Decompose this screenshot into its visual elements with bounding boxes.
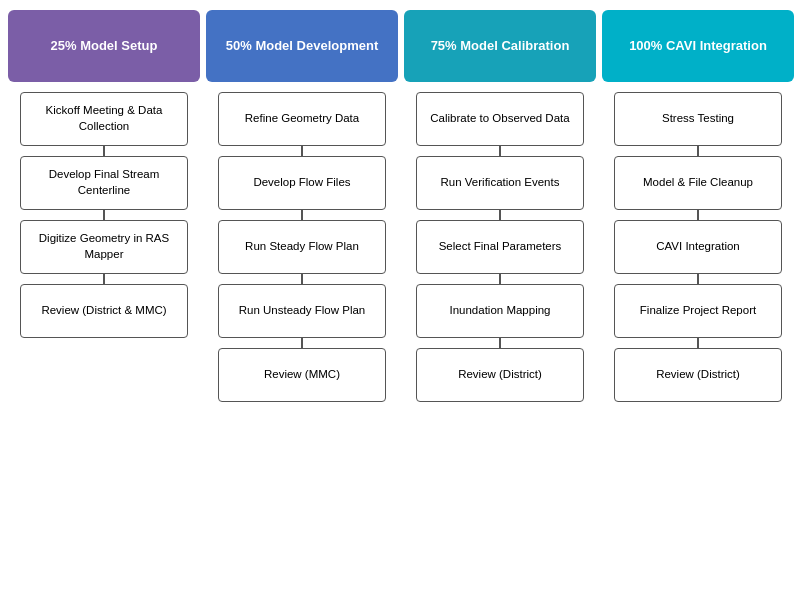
- column-col3: 75% Model CalibrationCalibrate to Observ…: [404, 10, 596, 598]
- connector-line: [301, 210, 303, 220]
- col-header-col3: 75% Model Calibration: [404, 10, 596, 82]
- item-box: Model & File Cleanup: [614, 156, 783, 210]
- list-item: Review (District): [404, 348, 596, 402]
- connector-line: [301, 146, 303, 156]
- item-box: CAVI Integration: [614, 220, 783, 274]
- items-list-col3: Calibrate to Observed DataRun Verificati…: [404, 92, 596, 402]
- list-item: Review (District & MMC): [8, 284, 200, 338]
- item-box: Select Final Parameters: [416, 220, 585, 274]
- connector-line: [301, 338, 303, 348]
- connector-line: [697, 210, 699, 220]
- item-box: Review (MMC): [218, 348, 387, 402]
- list-item: Inundation Mapping: [404, 284, 596, 348]
- column-col1: 25% Model SetupKickoff Meeting & Data Co…: [8, 10, 200, 598]
- item-box: Inundation Mapping: [416, 284, 585, 338]
- connector-line: [499, 274, 501, 284]
- item-box: Develop Final Stream Centerline: [20, 156, 189, 210]
- item-box: Digitize Geometry in RAS Mapper: [20, 220, 189, 274]
- col-header-col2: 50% Model Development: [206, 10, 398, 82]
- item-box: Review (District): [416, 348, 585, 402]
- item-box: Run Steady Flow Plan: [218, 220, 387, 274]
- list-item: Review (District): [602, 348, 794, 402]
- connector-line: [103, 146, 105, 156]
- column-col2: 50% Model DevelopmentRefine Geometry Dat…: [206, 10, 398, 598]
- list-item: Model & File Cleanup: [602, 156, 794, 220]
- item-box: Kickoff Meeting & Data Collection: [20, 92, 189, 146]
- connector-line: [499, 210, 501, 220]
- list-item: Develop Flow Files: [206, 156, 398, 220]
- items-list-col2: Refine Geometry DataDevelop Flow FilesRu…: [206, 92, 398, 402]
- list-item: Finalize Project Report: [602, 284, 794, 348]
- list-item: Kickoff Meeting & Data Collection: [8, 92, 200, 156]
- list-item: CAVI Integration: [602, 220, 794, 284]
- connector-line: [103, 274, 105, 284]
- connector-line: [697, 146, 699, 156]
- items-list-col1: Kickoff Meeting & Data CollectionDevelop…: [8, 92, 200, 338]
- list-item: Stress Testing: [602, 92, 794, 156]
- items-list-col4: Stress TestingModel & File CleanupCAVI I…: [602, 92, 794, 402]
- connector-line: [499, 146, 501, 156]
- item-box: Refine Geometry Data: [218, 92, 387, 146]
- item-box: Calibrate to Observed Data: [416, 92, 585, 146]
- item-box: Review (District & MMC): [20, 284, 189, 338]
- connector-line: [499, 338, 501, 348]
- list-item: Calibrate to Observed Data: [404, 92, 596, 156]
- list-item: Run Steady Flow Plan: [206, 220, 398, 284]
- diagram: 25% Model SetupKickoff Meeting & Data Co…: [0, 0, 802, 608]
- connector-line: [697, 274, 699, 284]
- list-item: Develop Final Stream Centerline: [8, 156, 200, 220]
- col-header-col4: 100% CAVI Integration: [602, 10, 794, 82]
- item-box: Finalize Project Report: [614, 284, 783, 338]
- connector-line: [103, 210, 105, 220]
- list-item: Digitize Geometry in RAS Mapper: [8, 220, 200, 284]
- item-box: Stress Testing: [614, 92, 783, 146]
- list-item: Select Final Parameters: [404, 220, 596, 284]
- col-header-col1: 25% Model Setup: [8, 10, 200, 82]
- list-item: Review (MMC): [206, 348, 398, 402]
- connector-line: [301, 274, 303, 284]
- column-col4: 100% CAVI IntegrationStress TestingModel…: [602, 10, 794, 598]
- connector-line: [697, 338, 699, 348]
- item-box: Review (District): [614, 348, 783, 402]
- list-item: Refine Geometry Data: [206, 92, 398, 156]
- list-item: Run Verification Events: [404, 156, 596, 220]
- item-box: Develop Flow Files: [218, 156, 387, 210]
- item-box: Run Verification Events: [416, 156, 585, 210]
- item-box: Run Unsteady Flow Plan: [218, 284, 387, 338]
- list-item: Run Unsteady Flow Plan: [206, 284, 398, 348]
